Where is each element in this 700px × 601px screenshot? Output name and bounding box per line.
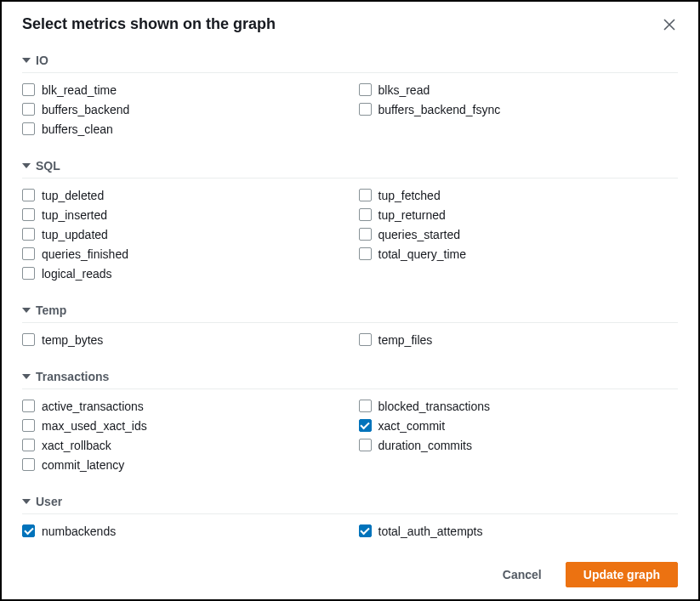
option-label: temp_bytes (42, 333, 103, 347)
option-label: tup_fetched (378, 189, 441, 202)
option-label: tup_updated (42, 228, 108, 241)
option-label: numbackends (42, 524, 116, 538)
checkbox[interactable] (359, 419, 372, 432)
checkbox[interactable] (22, 333, 35, 346)
options-grid: tup_deletedtup_fetchedtup_insertedtup_re… (22, 185, 678, 293)
caret-down-icon (22, 163, 31, 168)
checkbox[interactable] (22, 400, 35, 412)
section-header[interactable]: Transactions (22, 363, 678, 389)
option-tup_inserted[interactable]: tup_inserted (22, 205, 342, 224)
option-buffers_backend[interactable]: buffers_backend (22, 99, 342, 119)
option-buffers_backend_fsync[interactable]: buffers_backend_fsync (359, 99, 679, 119)
option-label: xact_commit (378, 419, 446, 433)
option-buffers_clean[interactable]: buffers_clean (22, 119, 342, 139)
option-label: total_query_time (378, 247, 467, 261)
option-commit_latency[interactable]: commit_latency (22, 455, 342, 474)
section-title: User (36, 495, 62, 508)
option-xact_commit[interactable]: xact_commit (359, 416, 679, 435)
cancel-button[interactable]: Cancel (486, 563, 559, 587)
checkbox[interactable] (359, 83, 372, 96)
checkbox[interactable] (22, 103, 35, 116)
checkbox[interactable] (359, 333, 372, 346)
option-tup_returned[interactable]: tup_returned (359, 205, 679, 224)
option-label: blks_read (378, 83, 430, 97)
option-queries_finished[interactable]: queries_finished (22, 244, 342, 264)
checkbox[interactable] (22, 267, 35, 280)
checkbox[interactable] (22, 122, 35, 135)
checkbox[interactable] (22, 524, 35, 537)
checkbox[interactable] (22, 228, 35, 241)
section-sql: SQLtup_deletedtup_fetchedtup_insertedtup… (22, 152, 678, 293)
section-header[interactable]: IO (22, 47, 678, 73)
option-numbackends[interactable]: numbackends (22, 521, 342, 541)
section-header[interactable]: SQL (22, 152, 678, 179)
option-label: active_transactions (42, 400, 144, 413)
option-tup_fetched[interactable]: tup_fetched (359, 185, 679, 205)
update-graph-button[interactable]: Update graph (566, 562, 678, 587)
checkbox[interactable] (22, 439, 35, 451)
option-label: commit_latency (42, 458, 124, 472)
section-title: IO (36, 54, 48, 67)
section-title: SQL (36, 159, 60, 173)
section-title: Temp (36, 303, 66, 317)
checkbox[interactable] (22, 419, 35, 432)
modal-body[interactable]: IOblk_read_timeblks_readbuffers_backendb… (2, 47, 698, 549)
options-grid: active_transactionsblocked_transactionsm… (22, 396, 678, 485)
option-label: logical_reads (42, 267, 112, 281)
options-grid: temp_bytestemp_files (22, 330, 678, 360)
option-label: buffers_backend_fsync (378, 103, 501, 116)
metrics-modal: Select metrics shown on the graph IOblk_… (0, 0, 700, 601)
section-title: Transactions (36, 370, 109, 383)
option-logical_reads[interactable]: logical_reads (22, 264, 342, 283)
checkbox[interactable] (359, 208, 372, 221)
option-temp_files[interactable]: temp_files (359, 330, 679, 349)
option-queries_started[interactable]: queries_started (359, 224, 679, 244)
section-temp: Temptemp_bytestemp_files (22, 297, 678, 360)
option-label: queries_finished (42, 247, 128, 261)
checkbox[interactable] (22, 83, 35, 96)
checkbox[interactable] (22, 247, 35, 260)
option-total_query_time[interactable]: total_query_time (359, 244, 679, 264)
close-icon (663, 19, 675, 31)
option-duration_commits[interactable]: duration_commits (359, 435, 679, 455)
checkbox[interactable] (359, 247, 372, 260)
option-label: blk_read_time (42, 83, 117, 97)
checkbox[interactable] (359, 524, 372, 537)
options-grid: blk_read_timeblks_readbuffers_backendbuf… (22, 80, 678, 149)
option-label: buffers_clean (42, 122, 113, 136)
checkbox[interactable] (22, 208, 35, 221)
option-label: tup_deleted (42, 189, 104, 202)
option-temp_bytes[interactable]: temp_bytes (22, 330, 342, 349)
checkbox[interactable] (22, 189, 35, 201)
option-active_transactions[interactable]: active_transactions (22, 396, 342, 416)
modal-footer: Cancel Update graph (2, 549, 698, 599)
option-label: queries_started (378, 228, 461, 241)
option-blks_read[interactable]: blks_read (359, 80, 679, 99)
checkbox[interactable] (22, 458, 35, 471)
modal-header: Select metrics shown on the graph (2, 2, 698, 47)
option-label: xact_rollback (42, 439, 111, 452)
option-blocked_transactions[interactable]: blocked_transactions (359, 396, 679, 416)
checkbox[interactable] (359, 400, 372, 412)
option-xact_rollback[interactable]: xact_rollback (22, 435, 342, 455)
section-io: IOblk_read_timeblks_readbuffers_backendb… (22, 47, 678, 149)
option-tup_updated[interactable]: tup_updated (22, 224, 342, 244)
section-header[interactable]: Temp (22, 297, 678, 323)
close-button[interactable] (661, 16, 678, 33)
checkbox[interactable] (359, 228, 372, 241)
section-header[interactable]: User (22, 488, 678, 514)
option-blk_read_time[interactable]: blk_read_time (22, 80, 342, 99)
option-tup_deleted[interactable]: tup_deleted (22, 185, 342, 205)
caret-down-icon (22, 58, 31, 63)
option-label: max_used_xact_ids (42, 419, 147, 433)
checkbox[interactable] (359, 189, 372, 201)
option-label: tup_inserted (42, 208, 107, 222)
option-max_used_xact_ids[interactable]: max_used_xact_ids (22, 416, 342, 435)
modal-title: Select metrics shown on the graph (22, 15, 276, 33)
checkbox[interactable] (359, 439, 372, 451)
option-label: duration_commits (378, 439, 473, 452)
option-total_auth_attempts[interactable]: total_auth_attempts (359, 521, 679, 541)
checkbox[interactable] (359, 103, 372, 116)
option-label: total_auth_attempts (378, 524, 483, 538)
section-transactions: Transactionsactive_transactionsblocked_t… (22, 363, 678, 485)
